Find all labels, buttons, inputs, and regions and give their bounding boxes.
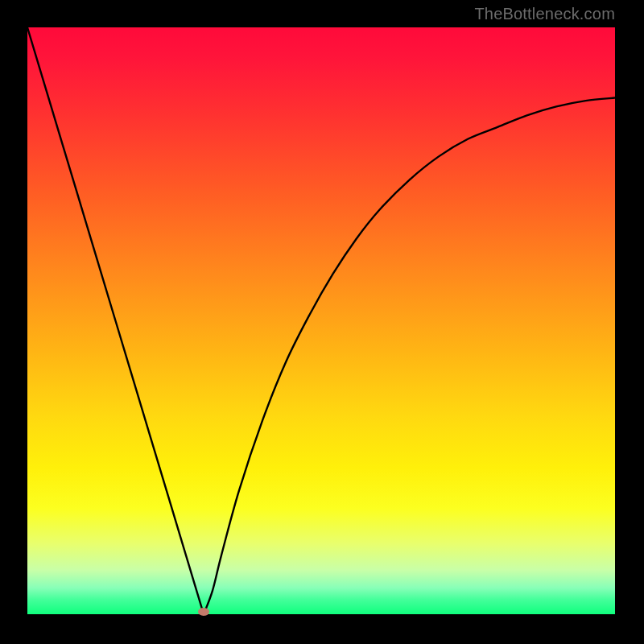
minimum-marker [198,608,209,616]
chart-frame: TheBottleneck.com [0,0,644,644]
watermark-text: TheBottleneck.com [474,5,615,23]
bottleneck-curve [27,27,615,614]
plot-area [27,27,615,614]
